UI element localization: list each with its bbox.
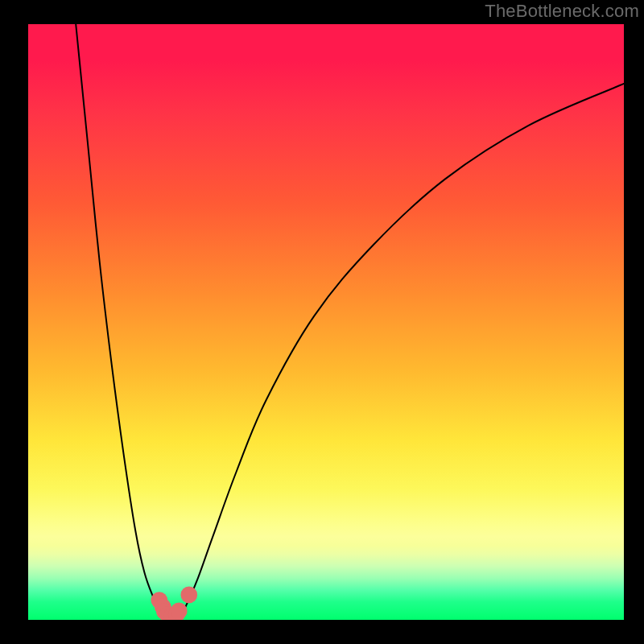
- curve-right: [178, 84, 624, 617]
- highlight-point: [180, 587, 197, 604]
- chart-frame: TheBottleneck.com: [0, 0, 644, 644]
- highlight-points: [151, 587, 197, 620]
- curve-left: [76, 24, 168, 617]
- highlight-point: [171, 603, 188, 620]
- plot-area: [28, 24, 624, 620]
- watermark-text: TheBottleneck.com: [485, 1, 639, 22]
- chart-svg: [28, 24, 624, 620]
